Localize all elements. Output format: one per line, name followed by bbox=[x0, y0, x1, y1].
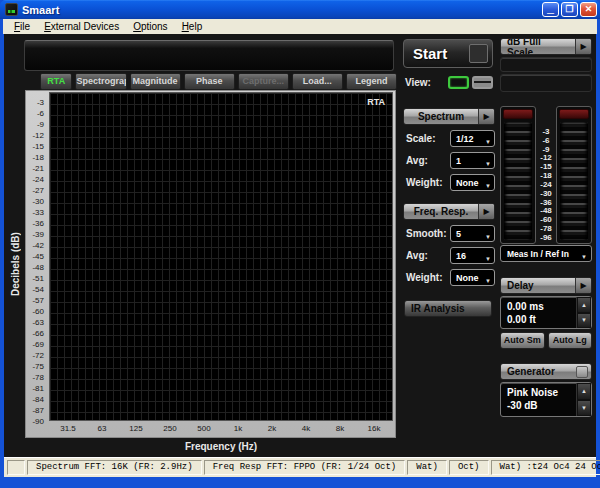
y-tick-label: -36 bbox=[32, 220, 47, 228]
single-view-icon[interactable] bbox=[448, 76, 469, 89]
auto-sm-button[interactable]: Auto Sm bbox=[500, 332, 545, 349]
menu-item[interactable]: External Devices bbox=[37, 21, 126, 32]
status-bar: Spectrum FFT: 16K (FR: 2.9Hz)Freq Resp F… bbox=[4, 457, 596, 477]
plot-tab[interactable]: Capture... bbox=[238, 73, 289, 90]
dropdown-select[interactable]: None bbox=[450, 269, 495, 286]
input-routing-select[interactable]: Meas In / Ref In bbox=[500, 245, 592, 262]
menu-item[interactable]: File bbox=[7, 21, 37, 32]
meter-scale-label: -12 bbox=[540, 154, 552, 162]
arrow-right-icon bbox=[478, 109, 494, 124]
x-tick-label: 250 bbox=[153, 424, 187, 436]
generator-values: Pink Noise -30 dB bbox=[501, 383, 576, 416]
delay-values: 0.00 ms 0.00 ft bbox=[501, 297, 576, 328]
spinner-up-icon[interactable] bbox=[577, 383, 591, 400]
auto-lg-button[interactable]: Auto Lg bbox=[548, 332, 593, 349]
chevron-down-icon bbox=[485, 174, 491, 192]
control-label: Weight: bbox=[406, 177, 442, 188]
control-row: Scale: 1/12 bbox=[403, 130, 495, 147]
y-tick-label: -18 bbox=[32, 154, 47, 162]
freq-resp-button[interactable]: Freq. Resp. bbox=[403, 203, 495, 220]
dropdown-select[interactable]: None bbox=[450, 174, 495, 191]
meter-scale-label: -78 bbox=[540, 225, 552, 233]
y-tick-label: -21 bbox=[32, 165, 47, 173]
window-title: Smaart bbox=[22, 4, 540, 16]
freq-resp-button-label: Freq. Resp. bbox=[404, 206, 478, 217]
input-meters: -3-6-9-12-15-18-24-30-36-48-60-78-96 bbox=[500, 106, 592, 244]
dropdown-value: None bbox=[456, 178, 485, 188]
menu-item[interactable]: Options bbox=[126, 21, 174, 32]
y-tick-label: -72 bbox=[32, 352, 47, 360]
dropdown-select[interactable]: 16 bbox=[450, 247, 495, 264]
y-tick-label: -45 bbox=[32, 253, 47, 261]
spinner-down-icon[interactable] bbox=[577, 400, 591, 417]
delay-ms-value: 0.00 ms bbox=[507, 300, 576, 313]
generator-power-icon[interactable] bbox=[576, 366, 588, 378]
start-button[interactable]: Start bbox=[403, 39, 493, 68]
plot-tab[interactable]: Load... bbox=[292, 73, 343, 90]
spinner-down-icon[interactable] bbox=[577, 313, 591, 329]
y-tick-label: -15 bbox=[32, 143, 47, 151]
meter-scale-label: -6 bbox=[542, 137, 549, 145]
chevron-down-icon bbox=[485, 269, 491, 287]
y-tick-label: -84 bbox=[32, 396, 47, 404]
x-tick-label: 63 bbox=[85, 424, 119, 436]
control-row: Weight: None bbox=[403, 174, 495, 191]
freq-resp-controls: Smooth: 5 Avg: 16 Weight: None bbox=[403, 225, 495, 286]
y-tick-label: -6 bbox=[37, 110, 47, 118]
y-tick-label: -78 bbox=[32, 374, 47, 382]
y-tick-label: -63 bbox=[32, 319, 47, 327]
close-icon[interactable] bbox=[580, 2, 597, 17]
start-button-label: Start bbox=[404, 45, 469, 62]
meter-segments bbox=[504, 122, 532, 240]
rta-plot-area[interactable]: RTA bbox=[49, 92, 393, 421]
ir-analysis-button[interactable]: IR Analysis bbox=[404, 300, 492, 317]
db-full-scale-button[interactable]: dB Full Scale bbox=[500, 38, 592, 55]
chevron-down-icon bbox=[485, 130, 491, 148]
chevron-down-icon bbox=[485, 152, 491, 170]
meter-scale-label: -9 bbox=[542, 146, 549, 154]
x-tick-label: 2k bbox=[255, 424, 289, 436]
delay-button[interactable]: Delay bbox=[500, 277, 592, 294]
meter-scale-label: -36 bbox=[540, 199, 552, 207]
split-view-icon[interactable] bbox=[472, 76, 493, 89]
delay-auto-buttons: Auto Sm Auto Lg bbox=[500, 332, 592, 349]
maximize-icon[interactable] bbox=[561, 2, 578, 17]
plot-tab[interactable]: Legend bbox=[346, 73, 397, 90]
y-tick-label: -57 bbox=[32, 297, 47, 305]
meter-scale-label: -24 bbox=[540, 181, 552, 189]
plot-tab[interactable]: Phase bbox=[184, 73, 235, 90]
spectrum-button[interactable]: Spectrum bbox=[403, 108, 495, 125]
dropdown-value: 5 bbox=[456, 229, 485, 239]
y-tick-label: -3 bbox=[37, 99, 47, 107]
status-spacer bbox=[7, 460, 25, 475]
meter-scale-label: -96 bbox=[540, 234, 552, 242]
generator-button-label: Generator bbox=[501, 366, 576, 377]
stop-square-icon bbox=[469, 44, 488, 63]
dropdown-select[interactable]: 5 bbox=[450, 225, 495, 242]
status-segment: Wat) bbox=[407, 460, 447, 475]
y-tick-label: -12 bbox=[32, 132, 47, 140]
x-tick-label: 1k bbox=[221, 424, 255, 436]
y-tick-label: -54 bbox=[32, 286, 47, 294]
dropdown-select[interactable]: 1 bbox=[450, 152, 495, 169]
y-tick-label: -33 bbox=[32, 209, 47, 217]
menu-bar: FileExternal DevicesOptionsHelp bbox=[3, 19, 597, 34]
spinner-up-icon[interactable] bbox=[577, 297, 591, 313]
dropdown-select[interactable]: 1/12 bbox=[450, 130, 495, 147]
x-tick-label: 500 bbox=[187, 424, 221, 436]
generator-button[interactable]: Generator bbox=[500, 363, 592, 380]
view-label: View: bbox=[403, 77, 445, 88]
delay-ft-value: 0.00 ft bbox=[507, 313, 576, 326]
control-label: Smooth: bbox=[406, 228, 447, 239]
menu-item[interactable]: Help bbox=[175, 21, 210, 32]
y-tick-label: -39 bbox=[32, 231, 47, 239]
plot-tab-bar: RTASpectrographMagnitudePhaseCapture...L… bbox=[40, 73, 397, 90]
plot-tab[interactable]: RTA bbox=[40, 73, 72, 90]
y-tick-label: -69 bbox=[32, 341, 47, 349]
plot-tab[interactable]: Spectrograph bbox=[75, 73, 126, 90]
y-tick-label: -27 bbox=[32, 187, 47, 195]
status-segment: Wat) :t24 Oc4 24 Oct) bbox=[491, 460, 600, 475]
meter-segments bbox=[560, 122, 588, 240]
plot-tab[interactable]: Magnitude bbox=[130, 73, 181, 90]
minimize-icon[interactable] bbox=[542, 2, 559, 17]
